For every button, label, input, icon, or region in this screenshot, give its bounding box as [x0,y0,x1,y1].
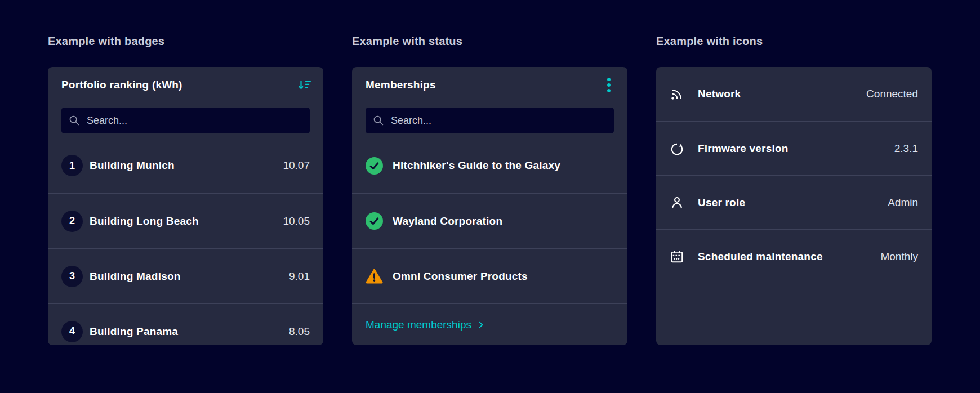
user-icon [670,195,684,210]
list-item[interactable]: 1 Building Munich 10.07 [48,138,323,193]
portfolio-ranking-card: Portfolio ranking (kWh) [48,67,323,345]
list-item[interactable]: 2 Building Long Beach 10.05 [48,193,323,248]
warning-triangle-icon [366,269,383,284]
memberships-card: Memberships [352,67,627,345]
list-item[interactable]: Scheduled maintenance Monthly [656,229,932,283]
list-item[interactable]: User role Admin [656,175,932,229]
kebab-menu-icon[interactable] [598,74,620,96]
sort-descending-icon[interactable] [294,74,315,96]
search-icon [372,114,385,127]
rank-badge: 2 [61,211,83,232]
search-input[interactable] [87,115,303,127]
section-icons: Example with icons Network Connected [656,33,932,345]
card-header: Memberships [352,67,627,103]
search-input[interactable] [391,115,607,127]
rank-badge: 4 [61,321,83,342]
membership-list: Hitchhiker's Guide to the Galaxy Wayland… [352,138,627,303]
card-footer: Manage memberships [352,303,627,345]
chevron-right-icon [477,321,485,329]
list-item[interactable]: Omni Consumer Products [352,248,627,303]
search-field [366,108,614,133]
list-item[interactable]: Wayland Corporation [352,193,627,248]
check-circle-icon [366,157,383,175]
manage-memberships-link[interactable]: Manage memberships [366,319,485,331]
card-header: Portfolio ranking (kWh) [48,67,323,103]
check-circle-icon [366,212,383,230]
list-item[interactable]: Network Connected [656,67,932,121]
info-list: Network Connected Firmware version 2.3.1 [656,67,932,283]
card-title: Memberships [366,79,436,91]
search-icon [68,114,81,127]
calendar-icon [670,249,684,264]
section-badges: Example with badges Portfolio ranking (k… [48,33,323,345]
canvas: Example with badges Portfolio ranking (k… [0,0,980,345]
section-heading: Example with icons [656,33,932,49]
list-item[interactable]: 4 Building Panama 8.05 [48,303,323,345]
search-field [61,108,310,133]
list-item[interactable]: 3 Building Madison 9.01 [48,248,323,303]
rank-badge: 3 [61,266,83,287]
section-status: Example with status Memberships [352,33,627,345]
list-item[interactable]: Firmware version 2.3.1 [656,121,932,175]
network-icon [670,87,684,101]
card-title: Portfolio ranking (kWh) [61,79,182,91]
section-heading: Example with status [352,33,627,49]
list-item[interactable]: Hitchhiker's Guide to the Galaxy [352,138,627,193]
ranking-list: 1 Building Munich 10.07 2 Building Long … [48,138,323,345]
device-info-card: Network Connected Firmware version 2.3.1 [656,67,932,345]
section-heading: Example with badges [48,33,323,49]
refresh-icon [670,141,684,156]
rank-badge: 1 [61,155,83,176]
